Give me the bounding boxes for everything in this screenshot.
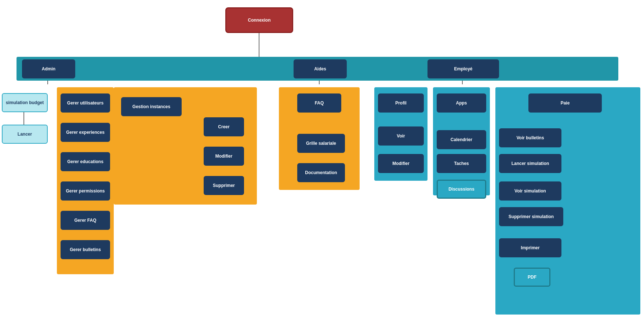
lancer-node[interactable]: Lancer	[2, 125, 48, 144]
faq-node[interactable]: FAQ	[297, 93, 341, 113]
discussions-node[interactable]: Discussions	[437, 180, 486, 199]
voir-bulletins-node[interactable]: Voir bulletins	[499, 128, 561, 147]
modifier-gi-node[interactable]: Modifier	[204, 147, 244, 166]
imprimer-node[interactable]: Imprimer	[499, 238, 561, 257]
diagram: Connexion Admin Aides Employé simulation…	[0, 0, 644, 327]
gestion-instances-node[interactable]: Gestion instances	[121, 97, 182, 116]
supprimer-simulation-node[interactable]: Supprimer simulation	[499, 207, 563, 226]
gerer-bulletins-node[interactable]: Gerer bulletins	[61, 240, 110, 259]
aides-node[interactable]: Aides	[294, 59, 347, 78]
pdf-node[interactable]: PDF	[514, 268, 550, 287]
documentation-node[interactable]: Documentation	[297, 163, 345, 182]
supprimer-node[interactable]: Supprimer	[204, 176, 244, 195]
simulation-budget-node[interactable]: simulation budget	[2, 93, 48, 112]
gerer-permissions-node[interactable]: Gerer permissions	[61, 181, 110, 201]
employe-node[interactable]: Employé	[427, 59, 499, 78]
gerer-educations-node[interactable]: Gerer educations	[61, 152, 110, 171]
voir-simulation-node[interactable]: Voir simulation	[499, 181, 561, 201]
modifier-profil-node[interactable]: Modifier	[378, 154, 424, 173]
lancer-simulation-node[interactable]: Lancer simulation	[499, 154, 561, 173]
apps-node[interactable]: Apps	[437, 93, 486, 113]
calendrier-node[interactable]: Calendrier	[437, 130, 486, 149]
gerer-utilisateurs-node[interactable]: Gerer utilisateurs	[61, 93, 110, 113]
taches-node[interactable]: Taches	[437, 154, 486, 173]
connexion-node[interactable]: Connexion	[225, 7, 293, 33]
admin-node[interactable]: Admin	[22, 59, 75, 78]
creer-node[interactable]: Creer	[204, 117, 244, 136]
profil-node[interactable]: Profil	[378, 93, 424, 113]
paie-node[interactable]: Paie	[528, 93, 602, 113]
gerer-faq-node[interactable]: Gerer FAQ	[61, 211, 110, 230]
voir-profil-node[interactable]: Voir	[378, 126, 424, 146]
gerer-experiences-node[interactable]: Gerer experiences	[61, 123, 110, 142]
grille-salariale-node[interactable]: Grille salariale	[297, 134, 345, 153]
